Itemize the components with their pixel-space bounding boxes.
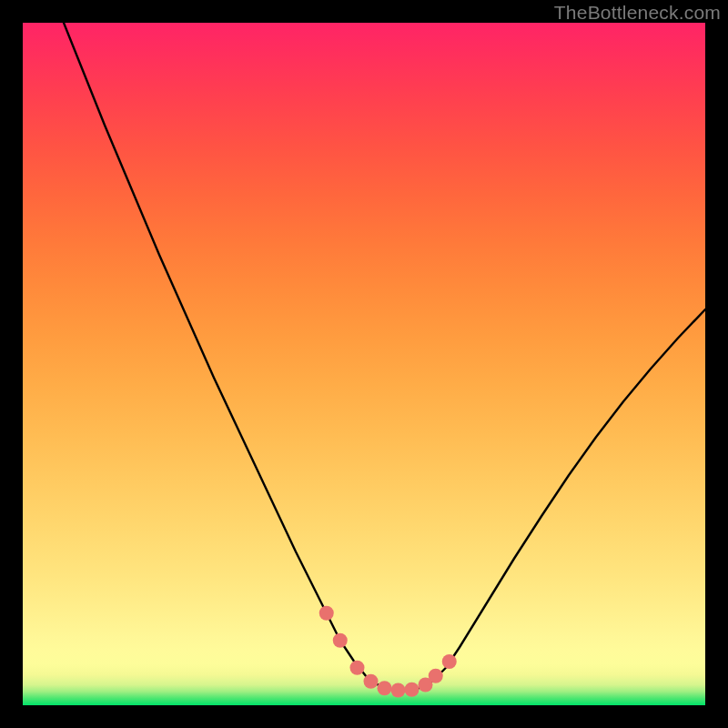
chart-frame: TheBottleneck.com — [0, 0, 728, 728]
watermark-text: TheBottleneck.com — [554, 2, 721, 24]
marker-dots — [319, 606, 457, 698]
marker-dot — [364, 674, 379, 689]
marker-dot — [350, 661, 365, 675]
marker-dot — [333, 633, 348, 648]
marker-dot — [319, 606, 334, 621]
curve-layer — [23, 23, 705, 705]
bottleneck-curve — [64, 23, 705, 691]
marker-dot — [429, 669, 443, 683]
marker-dot — [442, 654, 457, 669]
plot-area — [23, 23, 705, 705]
marker-dot — [405, 682, 420, 697]
marker-dot — [378, 681, 392, 695]
marker-dot — [391, 683, 406, 698]
